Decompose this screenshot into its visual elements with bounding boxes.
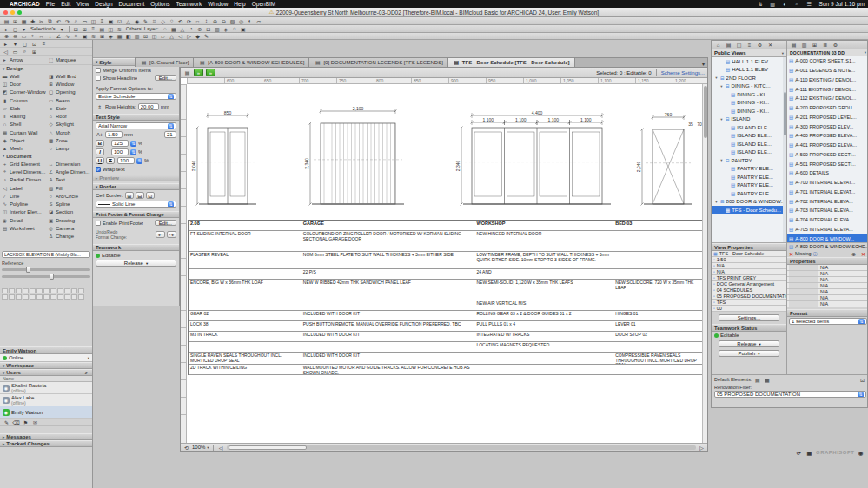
toolbar-icon[interactable]: ⌕	[72, 17, 80, 24]
tree-item[interactable]: ▾⊟2ND FLOOR	[712, 74, 786, 82]
toolbar-icon[interactable]: ◆	[194, 33, 202, 40]
scroll-left-icon[interactable]: ◁	[217, 444, 225, 451]
stepper-icon[interactable]: ⇅	[168, 123, 174, 129]
wrap-text-checkbox[interactable]: ✓	[96, 167, 101, 172]
property-row[interactable]: N/A	[787, 301, 868, 307]
menu-item-archicad[interactable]: ARCHICAD	[10, 1, 40, 7]
toolbar-icon[interactable]: ≡	[89, 25, 97, 32]
menu-status-icon[interactable]: ▥	[769, 1, 777, 8]
tool-detail[interactable]: ◉Detail	[0, 216, 46, 224]
favorite-cell[interactable]	[78, 294, 84, 300]
toolbar-icon[interactable]: ⊞	[98, 33, 106, 40]
tool-column[interactable]: ▮Column	[0, 96, 46, 104]
tree-item[interactable]: ▤ISLAND ELE...	[712, 148, 786, 157]
schedule-cell[interactable]: ROLLING GEAR 03 x 2 & DOOR GUIDES 01 x 2	[474, 311, 613, 320]
schedule-cell[interactable]	[189, 300, 301, 310]
toolbar-icon[interactable]: ✎	[202, 33, 210, 40]
redo-format-button[interactable]: ↷	[167, 231, 176, 238]
zoom-window-button[interactable]	[17, 10, 22, 15]
sheet-item[interactable]: ▤A-705 INTERNAL ELEVA...	[787, 225, 868, 234]
favorite-cell[interactable]	[23, 294, 29, 300]
toolbar-icon[interactable]: ◫	[89, 17, 97, 24]
view-property-row[interactable]: ▫N/A	[712, 263, 786, 269]
favorite-cell[interactable]	[50, 294, 56, 300]
property-row[interactable]: N/A	[787, 271, 868, 277]
toolbar-icon[interactable]: ⊖	[220, 17, 228, 24]
schedule-cell[interactable]	[301, 300, 475, 310]
toolbar-icon[interactable]: △	[178, 25, 186, 32]
toolbar-icon[interactable]: ▱	[159, 33, 167, 40]
toolbar-icon[interactable]: ◻	[11, 25, 19, 32]
sheet-item[interactable]: ▤A-703 INTERNAL ELEVA...	[787, 206, 868, 215]
view-property-row[interactable]: ▫TFS PRINT GREY	[712, 275, 786, 281]
tool-text[interactable]: AText	[46, 176, 92, 184]
favorite-cell[interactable]	[36, 294, 43, 300]
bold-button[interactable]: B	[96, 140, 104, 147]
toolbar-icon[interactable]: ◔	[187, 25, 195, 32]
toolbar-icon[interactable]: ≋	[89, 33, 97, 40]
tool-camera[interactable]: ◎Camera	[46, 224, 92, 232]
schedule-cell[interactable]: 24 AND	[474, 269, 613, 279]
toolbar-icon[interactable]: ▦	[169, 25, 177, 32]
teamwork-status-header[interactable]: Teamwork Status	[712, 324, 786, 332]
tool-change[interactable]: ΔChange	[46, 233, 92, 241]
schedule-cell[interactable]: NEW HINGED INTERNAL DOOR	[474, 231, 613, 251]
schedule-cell[interactable]: INTEGRATED W/ TRACKS	[474, 332, 613, 341]
menu-item-view[interactable]: View	[76, 1, 89, 7]
favorite-cell[interactable]	[36, 288, 43, 293]
tool-angle-dimen-[interactable]: ∠Angle Dimen...	[46, 168, 92, 175]
toolbar-icon[interactable]: ◫	[107, 25, 115, 32]
tool-line[interactable]: ∕Line	[0, 192, 46, 200]
schedule-cell[interactable]: GARAGE	[301, 221, 475, 230]
toolbar-icon[interactable]: ≡	[98, 17, 106, 24]
chevron-down-icon[interactable]: ▾	[88, 356, 89, 360]
sheet-item[interactable]: ▤A-702 INTERNAL ELEVA...	[787, 196, 868, 206]
tool-wall[interactable]: ▬Wall	[0, 72, 46, 80]
navigator-toolbar-icon[interactable]: ✕	[766, 42, 774, 49]
tree-item[interactable]: ▤PANTRY ELE...	[712, 189, 786, 198]
toolbar-icon[interactable]: ▤	[98, 25, 106, 32]
teamwork-tool-icon[interactable]: ⌫	[12, 419, 20, 425]
toolbar-icon[interactable]: ▥	[133, 33, 141, 40]
tool-lamp[interactable]: ○Lamp	[46, 145, 92, 153]
tree-item[interactable]: ▤PANTRY ELE...	[712, 181, 786, 190]
toolbar-icon[interactable]: ⌗	[72, 33, 80, 40]
format-header[interactable]: Format	[787, 309, 868, 317]
tool-marquee[interactable]: ⬚Marquee	[46, 56, 92, 64]
document-tab-1[interactable]: ▤[A-800 DOOR & WINDOW SCHEDULES]	[194, 57, 309, 67]
print-footer-section-header[interactable]: Print Footer & Format Change	[93, 211, 179, 218]
tool-beam[interactable]: ▭Beam	[46, 96, 92, 104]
scrollbar-thumb[interactable]	[229, 445, 307, 450]
schedule-cell[interactable]: 22 P/S	[301, 269, 475, 279]
toolbar-icon[interactable]: ✎	[142, 17, 149, 24]
toolbar-icon[interactable]: ∿	[63, 33, 71, 40]
tree-item[interactable]: ▤PANTRY ELE...	[712, 173, 786, 181]
toolbar-icon[interactable]: ✚	[29, 17, 36, 24]
toolbar-icon[interactable]: ⊡	[204, 25, 212, 32]
toolbar-icon[interactable]: ▱	[255, 17, 262, 24]
door-outline[interactable]	[474, 132, 502, 196]
schedule-cell[interactable]: NEW SEMI-SOLID, 1,120 W x 35mm THK LEAFS	[474, 280, 613, 300]
stepper-icon[interactable]: ⇅	[168, 201, 174, 208]
tree-item[interactable]: ▤DINING - KI...	[712, 90, 786, 99]
document-tab-2[interactable]: ▤[0] DOCUMENTATION LEGENDS [TFS LEGENDS]	[309, 57, 447, 67]
menu-item-window[interactable]: Window	[208, 1, 228, 7]
schedule-cell[interactable]: INCLUDED WITH DOOR KIT	[301, 332, 475, 341]
sheet-item[interactable]: ▤A-401 PROPOSED ELEVA...	[787, 141, 868, 150]
toolbar-icon[interactable]: ⊞	[81, 25, 89, 32]
schedule-canvas[interactable]: 8502,0402,1002,3401,1001,1001,1001,1004,…	[187, 84, 705, 443]
schedule-cell[interactable]	[474, 353, 613, 364]
favorite-cell[interactable]	[2, 294, 8, 300]
italic-button[interactable]: I	[96, 148, 104, 155]
strikethrough-button[interactable]: T	[106, 157, 115, 164]
schedule-cell[interactable]	[613, 365, 704, 374]
user-row[interactable]: ◉Alex Lake(offline)	[0, 394, 92, 406]
toolbar-icon[interactable]: ⊕	[211, 17, 219, 24]
navigator-root[interactable]: Public Views	[714, 50, 746, 56]
tool-corner-window[interactable]: ◩Corner-Window	[0, 89, 46, 96]
toolbar-icon[interactable]: ⌂	[161, 25, 169, 32]
documentation-toolbar-icon[interactable]: ≣	[821, 42, 829, 49]
menu-status-icon[interactable]: ◐	[781, 1, 789, 8]
toolbox-icon[interactable]: ◁	[2, 48, 10, 55]
teamwork-tool-icon[interactable]: ✎	[3, 419, 10, 425]
